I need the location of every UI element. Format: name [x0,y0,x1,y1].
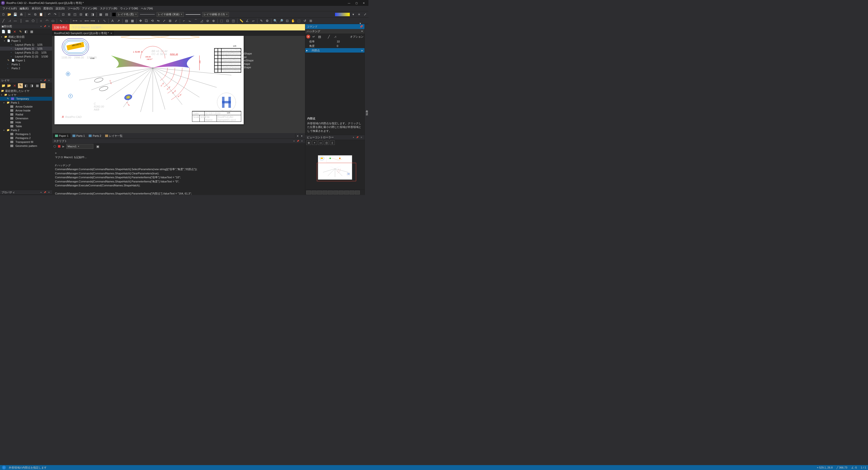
menu-settings[interactable]: 設定(S) [54,7,66,10]
grid-icon[interactable]: ▤ [104,12,109,17]
delete-icon[interactable]: ✕ [12,29,17,34]
save-icon[interactable]: 💾 [13,12,18,17]
minimap[interactable]: H [305,145,365,190]
line-icon[interactable]: ╱ [1,19,6,23]
lview4-icon[interactable]: ◩ [40,83,45,88]
hatch-icon[interactable]: ▨ [124,19,129,23]
dim5-icon[interactable]: ↕ [96,19,101,23]
layer-panel-header[interactable]: レイヤ ▾📌✕ [0,78,52,83]
cmd-opt1-icon[interactable]: ↵ [311,34,316,39]
edit1-icon[interactable]: ✎ [259,19,264,23]
snap5-icon[interactable]: ◧ [84,12,89,17]
menu-addin[interactable]: アドイン(M) [81,7,98,10]
macro-combo[interactable]: Macro1▼ [66,144,93,149]
layer-color-combo[interactable]: レイヤ色 (黒)▼ [117,12,138,17]
copy2-icon[interactable]: ⿻ [144,19,149,23]
minimap-viewport[interactable] [317,163,356,181]
cmd-line-icon[interactable]: ╱ [327,34,331,39]
copy-icon[interactable]: ⧉ [33,12,38,17]
offset-icon[interactable]: ⫽ [174,19,178,23]
menu-tools[interactable]: ツール(T) [66,7,81,10]
undo-icon[interactable]: ↶ [46,12,52,17]
ungroup-icon[interactable]: ⊡ [225,19,230,23]
redo-icon[interactable]: ↷ [53,12,58,17]
tree-paper1b[interactable]: Paper 1 [16,59,25,62]
menu-window[interactable]: ウィンドウ(W) [119,7,140,10]
maximize-button[interactable]: ▢ [353,0,360,6]
editl-icon[interactable]: ✎ [18,83,23,88]
param-point[interactable]: ▸内部点▸ [305,48,365,53]
view-slot[interactable] [339,191,344,194]
snap6-icon[interactable]: ◨ [90,12,95,17]
edit2-icon[interactable]: ⚙ [265,19,270,23]
angle-icon[interactable]: ∠ [245,19,250,23]
new-icon[interactable]: 🗋 [1,12,6,17]
cmd-opt2-icon[interactable]: ▤ [317,34,322,39]
vc-single-icon[interactable]: ▭ [318,140,323,145]
rect-icon[interactable]: ▭ [25,19,29,23]
sheet-tab-layers[interactable]: レイヤ一覧 [103,133,125,138]
menu-view[interactable]: 表示(V) [30,7,42,10]
print-icon[interactable]: 🖶 [19,12,24,17]
close-tab-icon[interactable]: ✕ [110,32,112,35]
dim6-icon[interactable]: ⤡ [102,19,107,23]
zoomout-icon[interactable]: 🔎 [279,19,284,23]
cancel-command-icon[interactable]: ✕ [306,35,310,38]
param-scale[interactable]: 倍率10 [305,39,365,44]
view-slot[interactable] [322,191,328,194]
view-slot[interactable] [355,191,360,194]
view-slot[interactable] [306,191,311,194]
vline-icon[interactable]: │ [19,19,24,23]
hline-icon[interactable]: ― [13,19,18,23]
script-panel-header[interactable]: スクリプト ▾📌✕ [52,139,305,144]
gradient-preview[interactable] [335,13,350,16]
snap1-icon[interactable]: ⊡ [61,12,66,17]
close-panel-icon[interactable]: ✕ [47,79,51,82]
open-icon[interactable]: 📂 [7,12,12,17]
view-slot[interactable] [333,191,338,194]
mirror-icon[interactable]: ⇋ [156,19,161,23]
ellipse-icon[interactable]: ⬭ [50,19,55,23]
newlayer-icon[interactable]: 📁 [1,83,6,88]
paste-icon[interactable]: 📋 [38,12,43,17]
pan-icon[interactable]: ✋ [290,19,296,23]
scale-icon[interactable]: ⤢ [162,19,166,23]
tree-root[interactable]: 用紙と部分図 [8,35,25,39]
tree-paper1[interactable]: Paper 1 [11,39,21,42]
group-icon[interactable]: ⬚ [219,19,224,23]
view-slot[interactable] [317,191,322,194]
view-slot[interactable] [349,191,354,194]
layer-width-combo[interactable]: レイヤ線幅 (0.13)▼ [203,12,229,17]
array-icon[interactable]: ⊞ [167,19,173,23]
move-icon[interactable]: ✥ [138,19,143,23]
text-icon[interactable]: A [110,19,115,23]
spline-icon[interactable]: ∿ [58,19,63,23]
trim-icon[interactable]: ⌐ [182,19,186,23]
pin2-icon[interactable]: 📌 [43,25,46,28]
leader-icon[interactable]: ↗ [116,19,121,23]
param-angle[interactable]: 角度0 [305,44,365,48]
vc-add-icon[interactable]: + [312,140,317,145]
search-select-tab[interactable]: 検索と選択 [365,24,368,195]
join-icon[interactable]: ⊕ [211,19,216,23]
scroll-left-icon[interactable]: ◂ [295,133,300,138]
menu-shape[interactable]: 図形(D) [42,7,54,10]
expand-icon[interactable]: ⤢ [363,12,367,17]
options-label[interactable]: オプション [350,35,364,38]
measure-icon[interactable]: 📏 [239,19,244,23]
add-part-icon[interactable]: 📑 [7,29,11,34]
edit-icon[interactable]: ✎ [18,29,23,34]
rotate-icon[interactable]: ⟲ [150,19,155,23]
pin-icon[interactable]: ▾ [39,79,43,82]
vc-dual-icon[interactable]: ◫ [324,140,329,145]
zoomprev-icon[interactable]: ↺ [302,19,307,23]
sheet-tab-parts1[interactable]: Parts 1 [70,133,87,138]
polygon-icon[interactable]: ⬠ [30,19,35,23]
add-paper-icon[interactable]: 📄 [1,29,6,34]
polyline-icon[interactable]: ⩘ [7,19,12,23]
dim1-icon[interactable]: ⟷ [72,19,78,23]
lview2-icon[interactable]: ◨ [29,83,34,88]
filter-icon[interactable]: ▦ [98,12,103,17]
block-icon[interactable]: ◫ [231,19,236,23]
zoomwin-icon[interactable]: ⬚ [297,19,301,23]
